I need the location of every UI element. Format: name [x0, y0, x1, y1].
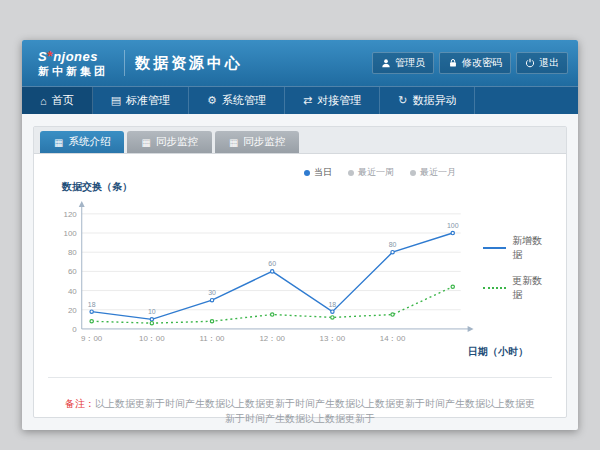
- nav-item-home[interactable]: ⌂首页: [22, 87, 93, 114]
- tab-sync-monitor-1[interactable]: ▦同步监控: [127, 131, 211, 153]
- grid-icon: ▦: [54, 137, 63, 148]
- filter-last-month[interactable]: 最近一月: [410, 166, 456, 179]
- svg-text:18: 18: [88, 301, 96, 308]
- exchange-icon: ⇄: [303, 94, 312, 107]
- grid-icon: ▦: [141, 137, 150, 148]
- svg-text:14：00: 14：00: [380, 334, 406, 343]
- legend-label: 新增数据: [512, 234, 552, 262]
- dot-icon: [410, 170, 416, 176]
- nav-item-label: 首页: [52, 93, 74, 108]
- logo: S*njones 新中新集团: [32, 49, 114, 76]
- svg-text:18: 18: [329, 301, 337, 308]
- svg-text:100: 100: [64, 229, 78, 238]
- filter-label: 最近一周: [358, 166, 394, 179]
- tab-label: 同步监控: [243, 135, 285, 149]
- svg-text:9：00: 9：00: [81, 334, 103, 343]
- page-title: 数据资源中心: [135, 54, 243, 73]
- legend-item[interactable]: 新增数据: [483, 234, 552, 262]
- app-header: S*njones 新中新集团 数据资源中心 管理员 修改密码 退出: [22, 40, 578, 86]
- gear-icon: ⚙: [207, 94, 217, 107]
- logo-text-suffix: njones: [53, 49, 98, 64]
- list-icon: ▤: [111, 94, 121, 107]
- svg-text:10: 10: [148, 308, 156, 315]
- refresh-icon: ↻: [398, 94, 407, 107]
- svg-text:100: 100: [447, 222, 459, 229]
- svg-text:40: 40: [68, 287, 77, 296]
- dot-icon: [304, 170, 310, 176]
- logout-button[interactable]: 退出: [516, 52, 568, 74]
- admin-button-label: 管理员: [395, 56, 425, 70]
- home-icon: ⌂: [40, 95, 47, 107]
- nav-item-data-change[interactable]: ↻数据异动: [380, 87, 475, 114]
- logo-brand: S*njones: [38, 49, 108, 64]
- nav-item-label: 数据异动: [412, 93, 456, 108]
- chart-section: 当日 最近一周 最近一月 数据交换（条） 0204060801001209：00…: [34, 154, 566, 359]
- admin-button[interactable]: 管理员: [372, 52, 434, 74]
- tab-system-intro[interactable]: ▦系统介绍: [40, 131, 124, 153]
- svg-text:60: 60: [68, 267, 77, 276]
- main-nav: ⌂首页 ▤标准管理 ⚙系统管理 ⇄对接管理 ↻数据异动: [22, 86, 578, 114]
- user-icon: [381, 58, 391, 68]
- nav-item-standard-management[interactable]: ▤标准管理: [93, 87, 189, 114]
- y-axis-label: 数据交换（条）: [62, 180, 552, 194]
- app-window: S*njones 新中新集团 数据资源中心 管理员 修改密码 退出: [22, 40, 578, 430]
- svg-text:80: 80: [389, 241, 397, 248]
- chart-legend: 新增数据更新数据: [483, 234, 552, 320]
- nav-item-system-management[interactable]: ⚙系统管理: [189, 87, 285, 114]
- header-divider: [124, 50, 125, 76]
- svg-text:60: 60: [268, 260, 276, 267]
- svg-text:13：00: 13：00: [320, 334, 346, 343]
- logo-company: 新中新集团: [38, 65, 108, 77]
- desktop-background: S*njones 新中新集团 数据资源中心 管理员 修改密码 退出: [0, 0, 600, 450]
- filter-last-week[interactable]: 最近一周: [348, 166, 394, 179]
- svg-text:30: 30: [208, 289, 216, 296]
- logo-text-prefix: S: [38, 49, 47, 64]
- remark: 备注：以上数据更新于时间产生数据以上数据更新于时间产生数据以上数据更新于时间产生…: [34, 378, 566, 426]
- grid-icon: ▦: [229, 137, 238, 148]
- nav-item-label: 对接管理: [317, 93, 361, 108]
- svg-text:80: 80: [68, 248, 77, 257]
- remark-text: 以上数据更新于时间产生数据以上数据更新于时间产生数据以上数据更新于时间产生数据以…: [95, 398, 535, 424]
- nav-item-label: 系统管理: [222, 93, 266, 108]
- svg-text:120: 120: [64, 210, 78, 219]
- power-icon: [525, 58, 535, 68]
- tab-label: 同步监控: [156, 135, 198, 149]
- remark-label: 备注：: [65, 398, 95, 409]
- tab-sync-monitor-2[interactable]: ▦同步监控: [215, 131, 299, 153]
- change-password-button[interactable]: 修改密码: [439, 52, 511, 74]
- chart-row: 0204060801001209：0010：0011：0012：0013：001…: [48, 196, 552, 359]
- svg-text:11：00: 11：00: [200, 334, 226, 343]
- lock-icon: [448, 58, 458, 68]
- content-area: ▦系统介绍 ▦同步监控 ▦同步监控 当日 最近一周 最近一月 数据交换（条） 0…: [22, 114, 578, 430]
- filter-today[interactable]: 当日: [304, 166, 332, 179]
- svg-text:10：00: 10：00: [139, 334, 165, 343]
- tab-label: 系统介绍: [68, 135, 110, 149]
- legend-line-sample: [483, 247, 507, 249]
- content-panel: ▦系统介绍 ▦同步监控 ▦同步监控 当日 最近一周 最近一月 数据交换（条） 0…: [33, 126, 567, 418]
- filter-label: 最近一月: [420, 166, 456, 179]
- legend-label: 更新数据: [512, 274, 552, 302]
- logout-button-label: 退出: [539, 56, 559, 70]
- header-actions: 管理员 修改密码 退出: [372, 40, 568, 86]
- chart-period-filters: 当日 最近一周 最近一月: [304, 166, 456, 179]
- change-password-button-label: 修改密码: [462, 56, 502, 70]
- nav-item-connection-management[interactable]: ⇄对接管理: [285, 87, 380, 114]
- tab-bar: ▦系统介绍 ▦同步监控 ▦同步监控: [34, 127, 566, 154]
- svg-text:0: 0: [72, 325, 77, 334]
- nav-item-label: 标准管理: [126, 93, 170, 108]
- svg-text:12：00: 12：00: [259, 334, 285, 343]
- filter-label: 当日: [314, 166, 332, 179]
- svg-text:20: 20: [68, 306, 77, 315]
- legend-line-sample: [483, 287, 507, 289]
- legend-item[interactable]: 更新数据: [483, 274, 552, 302]
- line-chart: 0204060801001209：0010：0011：0012：0013：001…: [48, 196, 477, 359]
- dot-icon: [348, 170, 354, 176]
